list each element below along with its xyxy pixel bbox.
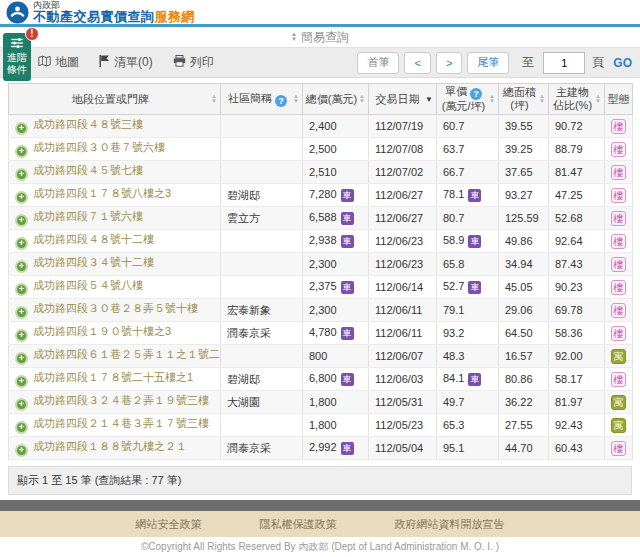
map-marker-icon[interactable]: + — [15, 329, 28, 342]
map-view-tab[interactable]: 地圖 — [38, 54, 79, 71]
parking-included-badge: 車 — [468, 235, 481, 248]
map-marker-icon[interactable]: + — [15, 283, 28, 296]
map-marker-icon[interactable]: + — [15, 444, 28, 457]
pagination: 首筆 < > 尾筆 至 頁 GO — [357, 52, 632, 74]
area-cell: 27.55 — [499, 414, 549, 437]
area-cell: 34.94 — [499, 253, 549, 276]
unit-price-value: 93.2 — [443, 327, 464, 339]
type-cell: 寓 — [605, 391, 633, 414]
address-cell: +成功路四段５４號八樓 — [9, 276, 221, 299]
type-cell: 樓 — [605, 138, 633, 161]
community-cell — [221, 276, 303, 299]
type-cell: 樓 — [605, 276, 633, 299]
address-link[interactable]: 成功路四段３０巷２８弄５號十樓 — [33, 302, 198, 314]
unit-price-value: 63.7 — [443, 143, 464, 155]
map-marker-icon[interactable]: + — [15, 191, 28, 204]
type-cell: 樓 — [605, 322, 633, 345]
total-price-value: 800 — [309, 350, 327, 362]
area-cell: 37.65 — [499, 161, 549, 184]
community-cell: 碧湖邸 — [221, 184, 303, 207]
map-marker-icon[interactable]: + — [15, 214, 28, 227]
sort-unit-price-icon[interactable]: ▲▼ — [488, 94, 496, 104]
total-price-value: 1,800 — [309, 419, 337, 431]
total-price-value: 2,400 — [309, 120, 337, 132]
print-button[interactable]: 列印 — [173, 54, 214, 71]
table-row: +成功路四段７１號六樓雲立方6,588車112/06/2780.7125.595… — [9, 207, 633, 230]
map-marker-icon[interactable]: + — [15, 306, 28, 319]
last-page-button[interactable]: 尾筆 — [467, 52, 509, 74]
footer-link-security[interactable]: 網站安全政策 — [136, 517, 202, 532]
col-area-label-1: 總面積 — [503, 86, 536, 98]
sort-community-icon[interactable]: ▲▼ — [292, 94, 300, 104]
next-page-button[interactable]: > — [436, 52, 462, 74]
map-marker-icon[interactable]: + — [15, 237, 28, 250]
map-marker-icon[interactable]: + — [15, 168, 28, 181]
building-type-badge: 樓 — [611, 188, 626, 203]
address-link[interactable]: 成功路四段１７８號二十五樓之1 — [33, 371, 193, 383]
sort-total-price-icon[interactable]: ▲▼ — [358, 94, 366, 104]
map-marker-icon[interactable]: + — [15, 122, 28, 135]
col-unit-price-label-1: 單價 — [445, 85, 467, 97]
go-button[interactable]: GO — [613, 56, 632, 70]
address-cell: +成功路四段６１巷２５弄１１之１號二樓 — [9, 345, 221, 368]
prev-page-button[interactable]: < — [404, 52, 430, 74]
list-view-tab[interactable]: 清單(0) — [99, 54, 153, 71]
page-number-input[interactable] — [543, 52, 585, 74]
map-marker-icon[interactable]: + — [15, 421, 28, 434]
ratio-cell: 58.36 — [549, 322, 605, 345]
map-marker-icon[interactable]: + — [15, 145, 28, 158]
col-date: 交易日期 ▼ — [369, 84, 437, 115]
community-cell: 大湖園 — [221, 391, 303, 414]
address-link[interactable]: 成功路四段３２４巷２弄１９號三樓 — [33, 394, 209, 406]
date-cell: 112/06/11 — [369, 322, 437, 345]
results-table-container: 地段位置或門牌 ▲▼ 社區簡稱? ▲▼ 總價(萬元) ▲▼ 交易日期 ▼ 單價?… — [8, 83, 632, 460]
address-link[interactable]: 成功路四段６１巷２５弄１１之１號二樓 — [33, 348, 221, 360]
type-cell: 樓 — [605, 299, 633, 322]
sort-ratio-icon[interactable]: ▲▼ — [594, 94, 602, 104]
footer-link-privacy[interactable]: 隱私權保護政策 — [260, 517, 337, 532]
sort-date-desc-icon[interactable]: ▼ — [424, 95, 434, 104]
type-cell: 樓 — [605, 207, 633, 230]
address-link[interactable]: 成功路四段１８８號九樓之２１ — [33, 440, 187, 452]
total-price-cell: 6,588車 — [303, 207, 369, 230]
first-page-button[interactable]: 首筆 — [357, 52, 399, 74]
map-marker-icon[interactable]: + — [15, 352, 28, 365]
type-cell: 樓 — [605, 115, 633, 138]
area-cell: 125.59 — [499, 207, 549, 230]
ratio-cell: 60.43 — [549, 437, 605, 460]
unit-price-help-icon[interactable]: ? — [470, 88, 482, 100]
advanced-conditions-tab[interactable]: 進階 條件 ! — [3, 33, 31, 81]
community-help-icon[interactable]: ? — [275, 95, 287, 107]
total-price-value: 2,938 — [309, 234, 337, 246]
date-cell: 112/07/19 — [369, 115, 437, 138]
address-link[interactable]: 成功路四段４８號十二樓 — [33, 233, 154, 245]
building-type-badge: 樓 — [611, 441, 626, 456]
address-link[interactable]: 成功路四段３０巷７號六樓 — [33, 141, 165, 153]
address-link[interactable]: 成功路四段１７８號八樓之3 — [33, 187, 171, 199]
printer-icon — [173, 55, 186, 70]
address-link[interactable]: 成功路四段１９０號十樓之3 — [33, 325, 171, 337]
date-cell: 112/06/07 — [369, 345, 437, 368]
site-title: 不動產交易實價查詢服務網 — [33, 10, 195, 24]
footer-link-open-data[interactable]: 政府網站資料開放宣告 — [395, 517, 505, 532]
address-link[interactable]: 成功路四段７１號六樓 — [33, 210, 143, 222]
sort-area-icon[interactable]: ▲▼ — [538, 94, 546, 104]
address-cell: +成功路四段１７８號二十五樓之1 — [9, 368, 221, 391]
building-type-badge: 寓 — [611, 418, 626, 433]
view-tools: 地圖 清單(0) 列印 — [38, 54, 214, 71]
sort-location-icon[interactable]: ▲▼ — [210, 94, 218, 104]
address-cell: +成功路四段７１號六樓 — [9, 207, 221, 230]
map-marker-icon[interactable]: + — [15, 398, 28, 411]
collapse-toggle-icon[interactable]: ▲▼ — [291, 32, 297, 42]
address-link[interactable]: 成功路四段４８號三樓 — [33, 118, 143, 130]
address-link[interactable]: 成功路四段３４號十二樓 — [33, 256, 154, 268]
map-marker-icon[interactable]: + — [15, 260, 28, 273]
address-cell: +成功路四段３２４巷２弄１９號三樓 — [9, 391, 221, 414]
address-link[interactable]: 成功路四段２１４巷３弄１７號三樓 — [33, 417, 209, 429]
community-cell — [221, 345, 303, 368]
address-link[interactable]: 成功路四段４５號七樓 — [33, 164, 143, 176]
type-cell: 寓 — [605, 345, 633, 368]
address-link[interactable]: 成功路四段５４號八樓 — [33, 279, 143, 291]
results-table: 地段位置或門牌 ▲▼ 社區簡稱? ▲▼ 總價(萬元) ▲▼ 交易日期 ▼ 單價?… — [8, 83, 633, 460]
map-marker-icon[interactable]: + — [15, 375, 28, 388]
